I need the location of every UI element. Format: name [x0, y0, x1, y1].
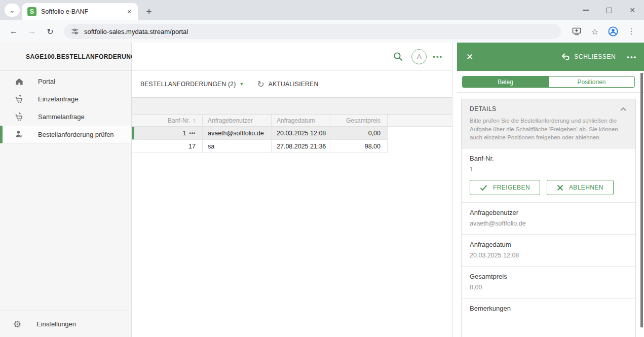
field-label: Banf-Nr. [470, 155, 627, 162]
cell-value: 1 [183, 130, 186, 137]
column-header-anfragedatum[interactable]: Anfragedatum [272, 114, 330, 127]
table-row[interactable]: 1 ••• avaeth@softfolio.de 20.03.2025 12:… [132, 127, 452, 140]
field-value: 0,00 [470, 284, 627, 291]
cell-value: 20.03.2025 12:08 [277, 130, 326, 137]
list-toolbar: BESTELLANFORDERUNGEN (2) ▼ ↻ AKTUALISIER… [132, 71, 452, 97]
column-header-banf-nr[interactable]: Banf-Nr. ↑ [132, 114, 203, 127]
cell-value: 27.08.2025 21:36 [277, 143, 326, 150]
field-label: Bemerkungen [470, 305, 627, 312]
cell-banf-nr: 1 ••• [132, 127, 203, 140]
sidebar-nav: Portal Einzelanfrage [0, 71, 131, 311]
close-icon: ✕ [629, 6, 635, 14]
sidebar-item-einzelanfrage[interactable]: Einzelanfrage [0, 90, 131, 108]
column-header-gesamtpreis[interactable]: Gesamtpreis [330, 114, 388, 127]
window-close-button[interactable]: ✕ [621, 0, 644, 20]
refresh-icon: ↻ [257, 80, 264, 89]
user-avatar[interactable]: A [411, 49, 427, 64]
sidebar-item-sammelanfrage[interactable]: Sammelanfrage [0, 108, 131, 126]
refresh-button[interactable]: ↻ AKTUALISIEREN [257, 80, 319, 89]
collection-label: BESTELLANFORDERUNGEN (2) [140, 81, 236, 88]
panel-close-icon[interactable]: ✕ [466, 52, 473, 62]
table-row[interactable]: 17 sa 27.08.2025 21:36 98,00 [132, 140, 452, 153]
schliessen-button[interactable]: SCHLIESSEN [574, 53, 616, 60]
sidebar-item-portal[interactable]: Portal [0, 72, 131, 90]
reload-button[interactable]: ↻ [43, 24, 58, 39]
column-label: Gesamtpreis [346, 117, 381, 124]
sidebar-item-bestellanforderung-pruefen[interactable]: Bestellanforderung prüfen [0, 126, 131, 143]
user-check-icon [14, 129, 25, 139]
maximize-icon [607, 8, 612, 13]
cell-banf-nr: 17 [132, 140, 203, 153]
cell-anfragedatum: 20.03.2025 12:08 [272, 127, 330, 140]
sidebar-item-label: Bestellanforderung prüfen [38, 131, 114, 138]
cell-filler [388, 140, 452, 153]
chevron-down-icon: ▼ [240, 82, 244, 87]
appbar-overflow-icon[interactable]: ••• [433, 53, 445, 60]
navbar-actions: ☆ ⋮ [566, 24, 639, 39]
browser-profile-button[interactable] [605, 24, 621, 39]
details-header: DETAILS Bitte prüfen Sie die Bestellanfo… [462, 99, 635, 148]
bookmark-star-icon[interactable]: ☆ [587, 24, 602, 39]
details-card: DETAILS Bitte prüfen Sie die Bestellanfo… [461, 99, 636, 337]
tab-positionen[interactable]: Positionen [548, 77, 634, 87]
main-appbar: A ••• [132, 43, 452, 71]
sidebar-item-label: Einzelanfrage [38, 95, 79, 103]
column-header-filler [388, 114, 452, 127]
panel-header-actions: SCHLIESSEN ••• [560, 52, 637, 61]
check-icon [480, 184, 487, 191]
field-value: avaeth@softfolio.de [470, 220, 627, 227]
freigeben-button[interactable]: FREIGEBEN [470, 180, 540, 195]
field-bemerkungen: Bemerkungen [462, 298, 635, 337]
cell-anfragebenutzer: sa [203, 140, 272, 153]
cell-gesamtpreis: 98,00 [330, 140, 388, 153]
ablehnen-button[interactable]: ABLEHNEN [547, 180, 614, 195]
field-value [470, 316, 627, 323]
install-app-button[interactable] [569, 24, 584, 39]
star-icon: ☆ [591, 27, 598, 36]
chevron-up-icon[interactable] [619, 106, 627, 112]
tab-close-icon[interactable]: × [125, 7, 134, 16]
field-value: 1 [470, 166, 627, 173]
row-menu-icon[interactable]: ••• [190, 131, 196, 136]
app-content: SAGE100.BESTELLANFORDERUNG Portal [0, 43, 644, 337]
panel-divider [457, 92, 644, 93]
home-icon [14, 77, 25, 87]
cart-plus-icon [14, 112, 25, 122]
url-text: softfolio-sales.mydata.stream/portal [84, 28, 188, 35]
sidebar-item-label: Sammelanfrage [38, 113, 85, 121]
browser-navbar: ← → ↻ softfolio-sales.mydata.stream/port… [0, 20, 644, 43]
details-title: DETAILS [470, 105, 497, 113]
gear-icon: ⚙ [13, 319, 25, 330]
field-anfragedatum: Anfragedatum 20.03.2025 12:08 [462, 235, 635, 267]
sidebar-item-einstellungen[interactable]: ⚙ Einstellungen [0, 311, 131, 337]
field-gesamtpreis: Gesamtpreis 0,00 [462, 267, 635, 298]
new-tab-button[interactable]: + [142, 5, 156, 19]
browser-menu-button[interactable]: ⋮ [624, 24, 639, 39]
address-bar[interactable]: softfolio-sales.mydata.stream/portal [64, 24, 561, 39]
detail-panel: ✕ SCHLIESSEN ••• Beleg Positionen [457, 43, 644, 337]
panel-overflow-icon[interactable]: ••• [627, 53, 637, 61]
cart-arrow-icon [14, 94, 25, 104]
search-icon[interactable] [390, 49, 405, 64]
main-area: A ••• BESTELLANFORDERUNGEN (2) ▼ ↻ AKTUA… [132, 43, 452, 337]
forward-button[interactable]: → [24, 24, 40, 39]
site-settings-icon[interactable] [71, 27, 79, 35]
field-value: 20.03.2025 12:08 [470, 252, 627, 259]
column-header-anfragebenutzer[interactable]: Anfragebenutzer [203, 114, 272, 127]
kebab-menu-icon: ⋮ [628, 27, 635, 36]
browser-tabstrip: ⌄ S Softfolio e-BANF × + ✕ [0, 0, 644, 20]
minimize-icon [583, 10, 589, 11]
browser-tab[interactable]: S Softfolio e-BANF × [22, 3, 138, 20]
sidebar: SAGE100.BESTELLANFORDERUNG Portal [0, 43, 132, 337]
collection-dropdown[interactable]: BESTELLANFORDERUNGEN (2) ▼ [140, 81, 244, 88]
chevron-down-icon: ⌄ [10, 7, 15, 14]
tab-beleg[interactable]: Beleg [463, 77, 548, 87]
window-minimize-button[interactable] [574, 0, 597, 20]
tab-search-button[interactable]: ⌄ [5, 4, 20, 17]
panel-scrollbar[interactable] [640, 73, 643, 327]
window-maximize-button[interactable] [597, 0, 621, 20]
back-button[interactable]: ← [6, 24, 21, 39]
cell-value: avaeth@softfolio.de [208, 130, 264, 137]
field-banf-nr: Banf-Nr. 1 FREIGEBEN [462, 148, 635, 203]
tab-title: Softfolio e-BANF [41, 8, 125, 15]
